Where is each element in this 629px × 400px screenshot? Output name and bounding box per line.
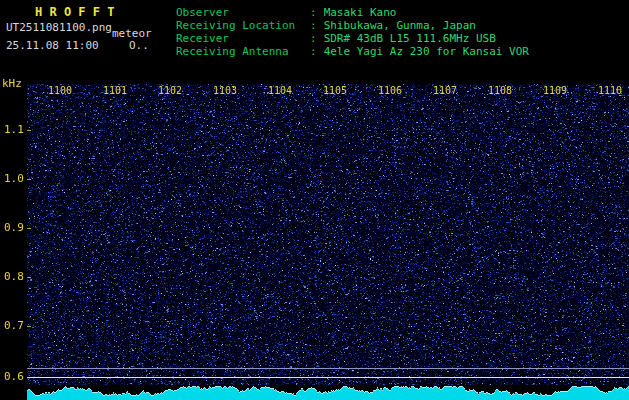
- info-value: Masaki Kano: [324, 6, 397, 19]
- y-axis-tick-label: 1.1: [4, 124, 24, 136]
- x-axis-tick-label: 1102: [158, 85, 182, 96]
- info-row-observer: Observer:Masaki Kano: [176, 6, 529, 19]
- x-axis-tick-label: 1110: [598, 85, 622, 96]
- x-axis-tick-label: 1106: [378, 85, 402, 96]
- info-colon: :: [310, 45, 317, 58]
- x-axis-tick-label: 1105: [323, 85, 347, 96]
- y-axis-tick-label: 1.0: [4, 173, 24, 185]
- info-label: Observer: [176, 6, 310, 19]
- app-title: H R O F F T: [35, 5, 114, 19]
- station-info: Observer:Masaki Kano Receiving Location:…: [176, 6, 529, 58]
- x-axis-tick-label: 1104: [268, 85, 292, 96]
- info-row-receiver: Receiver:SDR# 43dB L15 111.6MHz USB: [176, 32, 529, 45]
- x-axis-tick-label: 1100: [48, 85, 72, 96]
- spectrogram-noise-canvas: [27, 84, 629, 400]
- x-axis-tick-label: 1109: [543, 85, 567, 96]
- info-value: SDR# 43dB L15 111.6MHz USB: [324, 32, 496, 45]
- spectrogram-plot: 1100110111021103110411051106110711081109…: [27, 84, 629, 400]
- y-axis-tick-label: 0.9: [4, 222, 24, 234]
- reference-line-lower: [27, 377, 629, 378]
- info-label: Receiving Antenna: [176, 45, 310, 58]
- info-label: Receiver: [176, 32, 310, 45]
- counter-label: O..: [129, 39, 149, 52]
- info-row-antenna: Receiving Antenna:4ele Yagi Az 230 for K…: [176, 45, 529, 58]
- y-axis-tick-label: 0.7: [4, 320, 24, 332]
- info-colon: :: [310, 32, 317, 45]
- info-value: 4ele Yagi Az 230 for Kansai VOR: [324, 45, 529, 58]
- info-value: Shibukawa, Gunma, Japan: [324, 19, 476, 32]
- y-axis-tick-label: 0.6: [4, 371, 24, 383]
- y-axis-tick-label: 0.8: [4, 271, 24, 283]
- info-row-location: Receiving Location:Shibukawa, Gunma, Jap…: [176, 19, 529, 32]
- header: H R O F F T UT2511081100.png meteor 25.1…: [0, 0, 629, 84]
- x-axis-tick-label: 1101: [103, 85, 127, 96]
- output-filename: UT2511081100.png: [6, 21, 112, 34]
- x-axis-tick-label: 1108: [488, 85, 512, 96]
- datetime-label: 25.11.08 11:00: [6, 39, 99, 52]
- info-label: Receiving Location: [176, 19, 310, 32]
- info-colon: :: [310, 19, 317, 32]
- info-colon: :: [310, 6, 317, 19]
- x-axis-tick-label: 1107: [433, 85, 457, 96]
- x-axis-tick-label: 1103: [213, 85, 237, 96]
- reference-line-upper: [27, 368, 629, 369]
